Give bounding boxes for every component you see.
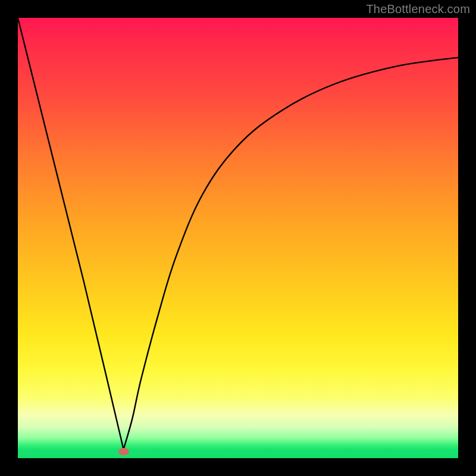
curve-right-branch: [124, 58, 458, 450]
watermark-text: TheBottleneck.com: [366, 2, 470, 16]
curve-left-branch: [18, 18, 124, 449]
plot-area: [18, 18, 458, 458]
chart-frame: TheBottleneck.com: [0, 0, 476, 476]
minimum-marker: [118, 448, 129, 455]
curve-svg: [18, 18, 458, 458]
